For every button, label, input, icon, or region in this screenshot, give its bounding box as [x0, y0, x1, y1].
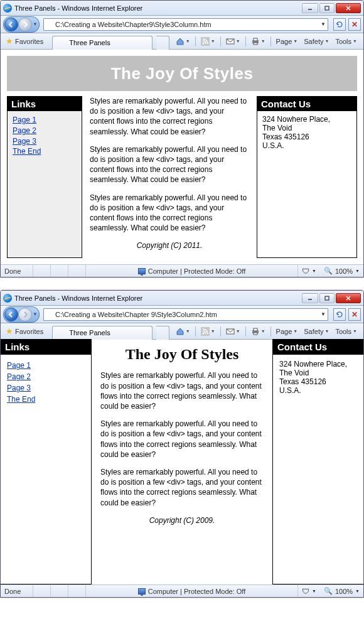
feeds-icon — [201, 327, 210, 336]
command-bar: ▼ ▼ ▼ ▼ Page▼ Safety▼ Tools▼ — [173, 326, 363, 337]
tools-menu[interactable]: Tools▼ — [333, 326, 360, 336]
mail-button[interactable]: ▼ — [223, 36, 243, 47]
home-icon — [176, 327, 185, 336]
tab-active[interactable]: Three Panels — [52, 36, 153, 50]
sidebar-link[interactable]: The End — [13, 146, 77, 157]
zoom-icon[interactable]: 🔍 — [324, 587, 333, 595]
forward-button[interactable] — [18, 308, 32, 321]
stop-button[interactable]: ✕ — [348, 18, 361, 31]
svg-rect-19 — [254, 333, 257, 335]
page-menu[interactable]: Page▼ — [274, 326, 301, 336]
mail-button[interactable]: ▼ — [223, 326, 243, 337]
sidebar-link[interactable]: The End — [7, 394, 85, 405]
maximize-button[interactable] — [319, 3, 335, 13]
tab-active[interactable]: Three Panels — [52, 326, 153, 340]
address-input[interactable] — [54, 19, 319, 30]
links-title: Links — [0, 339, 92, 355]
svg-rect-18 — [254, 328, 257, 331]
body-paragraph: Styles are remarkably powerful. All you … — [100, 419, 264, 460]
page-icon — [45, 311, 53, 318]
body-paragraph: Styles are remarkably powerful. All you … — [90, 96, 249, 137]
command-bar: ▼ ▼ ▼ ▼ Page▼ Safety▼ Tools▼ — [173, 36, 363, 47]
tools-label: Tools — [335, 38, 351, 45]
favorites-label: Favorites — [15, 328, 43, 335]
print-icon — [251, 37, 260, 46]
address-bar: ▼ — [43, 18, 328, 31]
zoom-value: 100% — [335, 588, 353, 595]
favorites-button[interactable]: ★ Favorites — [1, 325, 48, 337]
browser-window-2: Three Panels - Windows Internet Explorer… — [0, 290, 364, 598]
contact-line: U.S.A. — [262, 141, 351, 150]
safety-menu[interactable]: Safety▼ — [301, 36, 331, 46]
close-button[interactable] — [336, 293, 361, 303]
status-mode: Computer | Protected Mode: Off — [148, 588, 246, 595]
back-button[interactable] — [4, 308, 18, 321]
nav-history-dropdown[interactable]: ▼ — [32, 21, 38, 27]
star-icon: ★ — [6, 326, 13, 336]
feeds-icon — [201, 37, 210, 46]
sidebar-link[interactable]: Page 3 — [7, 382, 85, 394]
maximize-button[interactable] — [319, 293, 335, 303]
address-bar: ▼ — [43, 308, 328, 321]
security-icon[interactable]: 🛡 — [302, 587, 309, 596]
body-paragraph: Styles are remarkably powerful. All you … — [90, 193, 249, 234]
print-button[interactable]: ▼ — [249, 36, 268, 47]
feeds-button[interactable]: ▼ — [198, 326, 218, 337]
zoom-icon[interactable]: 🔍 — [324, 267, 333, 275]
computer-icon — [138, 268, 146, 274]
page-viewport: The Joy Of Styles Links Page 1 Page 2 Pa… — [1, 50, 363, 264]
address-dropdown[interactable]: ▼ — [319, 311, 328, 317]
minimize-button[interactable] — [302, 3, 318, 13]
refresh-button[interactable] — [333, 308, 346, 321]
favorites-row: ★ Favorites Three Panels ▼ ▼ ▼ ▼ Page▼ S… — [1, 323, 363, 340]
mail-icon — [226, 37, 235, 46]
main-column: The Joy Of Styles Styles are remarkably … — [92, 340, 272, 584]
security-icon[interactable]: 🛡 — [302, 267, 309, 276]
nav-button-group: ▼ — [3, 306, 40, 323]
feeds-button[interactable]: ▼ — [198, 36, 218, 47]
nav-history-dropdown[interactable]: ▼ — [32, 311, 38, 317]
window-title: Three Panels - Windows Internet Explorer — [14, 294, 142, 302]
page-heading: The Joy Of Styles — [100, 346, 264, 363]
page-menu[interactable]: Page▼ — [274, 36, 301, 46]
contact-title: Contact Us — [257, 97, 356, 111]
print-icon — [251, 327, 260, 336]
nav-button-group: ▼ — [3, 16, 40, 33]
back-button[interactable] — [4, 18, 18, 31]
page-label: Page — [276, 38, 292, 45]
sidebar-link[interactable]: Page 2 — [13, 126, 77, 136]
minimize-button[interactable] — [302, 293, 318, 303]
status-bar: Done Computer | Protected Mode: Off 🛡▼ 🔍… — [1, 584, 363, 597]
favorites-label: Favorites — [15, 38, 43, 45]
home-button[interactable]: ▼ — [173, 326, 193, 337]
stop-button[interactable]: ✕ — [348, 308, 361, 321]
links-sidebar: Links Page 1 Page 2 Page 3 The End — [7, 96, 82, 258]
refresh-button[interactable] — [333, 18, 346, 31]
sidebar-link[interactable]: Page 1 — [7, 360, 85, 371]
svg-rect-11 — [325, 296, 329, 300]
sidebar-link[interactable]: Page 1 — [13, 115, 77, 126]
new-tab-button[interactable] — [156, 326, 169, 340]
sidebar-link[interactable]: Page 3 — [13, 136, 77, 147]
new-tab-button[interactable] — [156, 36, 169, 50]
zoom-value: 100% — [335, 267, 353, 275]
address-dropdown[interactable]: ▼ — [319, 21, 328, 27]
safety-menu[interactable]: Safety▼ — [301, 326, 331, 336]
status-mode: Computer | Protected Mode: Off — [148, 267, 246, 275]
tools-menu[interactable]: Tools▼ — [333, 36, 360, 46]
links-title: Links — [8, 97, 82, 111]
page-icon — [45, 21, 53, 28]
home-button[interactable]: ▼ — [173, 36, 193, 47]
address-input[interactable] — [54, 310, 319, 320]
contact-line: Texas 435126 — [279, 377, 357, 386]
close-button[interactable] — [336, 3, 361, 13]
sidebar-link[interactable]: Page 2 — [7, 371, 85, 382]
forward-button[interactable] — [18, 18, 32, 31]
print-button[interactable]: ▼ — [249, 326, 268, 337]
favorites-button[interactable]: ★ Favorites — [1, 35, 48, 47]
body-paragraph: Styles are remarkably powerful. All you … — [100, 370, 264, 411]
contact-line: The Void — [279, 369, 357, 377]
banner-heading: The Joy Of Styles — [7, 56, 357, 91]
navigation-row: ▼ ▼ ✕ — [1, 16, 363, 33]
contact-line: 324 Nowhere Place, — [262, 115, 351, 124]
